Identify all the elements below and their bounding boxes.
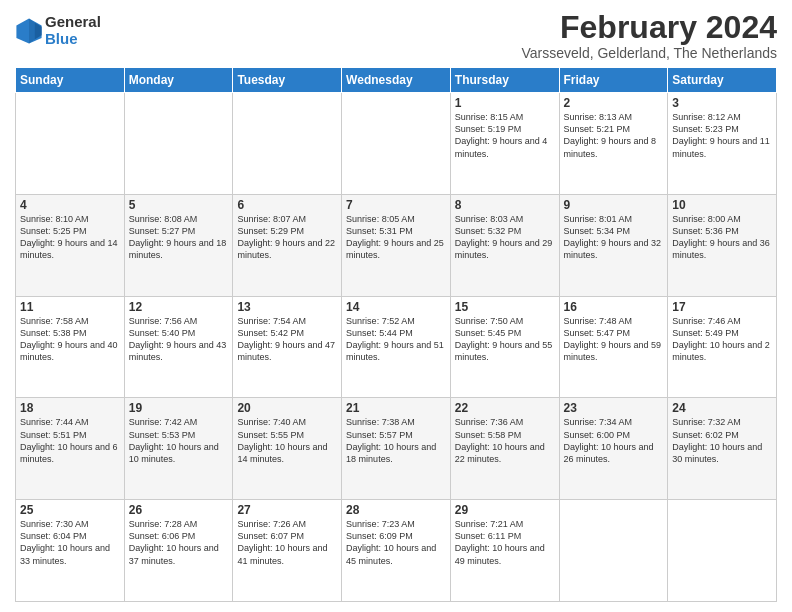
calendar-cell: 11Sunrise: 7:58 AM Sunset: 5:38 PM Dayli… [16, 296, 125, 398]
logo-icon [15, 17, 43, 45]
logo-text: General Blue [45, 14, 101, 47]
calendar-header-saturday: Saturday [668, 68, 777, 93]
day-info: Sunrise: 7:23 AM Sunset: 6:09 PM Dayligh… [346, 518, 446, 567]
day-info: Sunrise: 8:12 AM Sunset: 5:23 PM Dayligh… [672, 111, 772, 160]
day-number: 10 [672, 198, 772, 212]
calendar-cell: 29Sunrise: 7:21 AM Sunset: 6:11 PM Dayli… [450, 500, 559, 602]
calendar: SundayMondayTuesdayWednesdayThursdayFrid… [15, 67, 777, 602]
calendar-cell: 2Sunrise: 8:13 AM Sunset: 5:21 PM Daylig… [559, 93, 668, 195]
calendar-header-row: SundayMondayTuesdayWednesdayThursdayFrid… [16, 68, 777, 93]
calendar-cell [16, 93, 125, 195]
day-info: Sunrise: 7:48 AM Sunset: 5:47 PM Dayligh… [564, 315, 664, 364]
calendar-cell: 26Sunrise: 7:28 AM Sunset: 6:06 PM Dayli… [124, 500, 233, 602]
day-info: Sunrise: 7:21 AM Sunset: 6:11 PM Dayligh… [455, 518, 555, 567]
day-number: 2 [564, 96, 664, 110]
logo-general: General [45, 14, 101, 31]
day-info: Sunrise: 8:10 AM Sunset: 5:25 PM Dayligh… [20, 213, 120, 262]
calendar-header-tuesday: Tuesday [233, 68, 342, 93]
calendar-cell [559, 500, 668, 602]
calendar-cell: 14Sunrise: 7:52 AM Sunset: 5:44 PM Dayli… [342, 296, 451, 398]
day-info: Sunrise: 8:13 AM Sunset: 5:21 PM Dayligh… [564, 111, 664, 160]
calendar-cell [342, 93, 451, 195]
calendar-cell: 16Sunrise: 7:48 AM Sunset: 5:47 PM Dayli… [559, 296, 668, 398]
calendar-cell: 8Sunrise: 8:03 AM Sunset: 5:32 PM Daylig… [450, 194, 559, 296]
logo: General Blue [15, 14, 101, 47]
month-title: February 2024 [521, 10, 777, 45]
day-number: 16 [564, 300, 664, 314]
day-number: 26 [129, 503, 229, 517]
calendar-cell: 4Sunrise: 8:10 AM Sunset: 5:25 PM Daylig… [16, 194, 125, 296]
calendar-header-sunday: Sunday [16, 68, 125, 93]
svg-marker-2 [29, 18, 35, 43]
day-info: Sunrise: 7:36 AM Sunset: 5:58 PM Dayligh… [455, 416, 555, 465]
calendar-week-4: 25Sunrise: 7:30 AM Sunset: 6:04 PM Dayli… [16, 500, 777, 602]
page: General Blue February 2024 Varsseveld, G… [0, 0, 792, 612]
calendar-cell: 21Sunrise: 7:38 AM Sunset: 5:57 PM Dayli… [342, 398, 451, 500]
calendar-cell: 10Sunrise: 8:00 AM Sunset: 5:36 PM Dayli… [668, 194, 777, 296]
day-info: Sunrise: 7:32 AM Sunset: 6:02 PM Dayligh… [672, 416, 772, 465]
calendar-cell: 20Sunrise: 7:40 AM Sunset: 5:55 PM Dayli… [233, 398, 342, 500]
header: General Blue February 2024 Varsseveld, G… [15, 10, 777, 61]
day-number: 20 [237, 401, 337, 415]
calendar-cell: 19Sunrise: 7:42 AM Sunset: 5:53 PM Dayli… [124, 398, 233, 500]
calendar-cell: 12Sunrise: 7:56 AM Sunset: 5:40 PM Dayli… [124, 296, 233, 398]
calendar-cell: 18Sunrise: 7:44 AM Sunset: 5:51 PM Dayli… [16, 398, 125, 500]
calendar-cell: 15Sunrise: 7:50 AM Sunset: 5:45 PM Dayli… [450, 296, 559, 398]
day-info: Sunrise: 7:28 AM Sunset: 6:06 PM Dayligh… [129, 518, 229, 567]
calendar-week-2: 11Sunrise: 7:58 AM Sunset: 5:38 PM Dayli… [16, 296, 777, 398]
day-info: Sunrise: 7:50 AM Sunset: 5:45 PM Dayligh… [455, 315, 555, 364]
calendar-cell: 3Sunrise: 8:12 AM Sunset: 5:23 PM Daylig… [668, 93, 777, 195]
day-number: 4 [20, 198, 120, 212]
day-info: Sunrise: 7:52 AM Sunset: 5:44 PM Dayligh… [346, 315, 446, 364]
day-info: Sunrise: 7:56 AM Sunset: 5:40 PM Dayligh… [129, 315, 229, 364]
logo-blue: Blue [45, 31, 101, 48]
title-block: February 2024 Varsseveld, Gelderland, Th… [521, 10, 777, 61]
day-number: 12 [129, 300, 229, 314]
day-number: 28 [346, 503, 446, 517]
day-info: Sunrise: 8:00 AM Sunset: 5:36 PM Dayligh… [672, 213, 772, 262]
day-number: 15 [455, 300, 555, 314]
day-info: Sunrise: 7:46 AM Sunset: 5:49 PM Dayligh… [672, 315, 772, 364]
day-info: Sunrise: 8:03 AM Sunset: 5:32 PM Dayligh… [455, 213, 555, 262]
calendar-cell: 1Sunrise: 8:15 AM Sunset: 5:19 PM Daylig… [450, 93, 559, 195]
day-number: 1 [455, 96, 555, 110]
calendar-header-thursday: Thursday [450, 68, 559, 93]
calendar-week-0: 1Sunrise: 8:15 AM Sunset: 5:19 PM Daylig… [16, 93, 777, 195]
day-number: 24 [672, 401, 772, 415]
day-number: 22 [455, 401, 555, 415]
calendar-cell [668, 500, 777, 602]
day-number: 8 [455, 198, 555, 212]
day-number: 19 [129, 401, 229, 415]
day-number: 5 [129, 198, 229, 212]
day-info: Sunrise: 8:07 AM Sunset: 5:29 PM Dayligh… [237, 213, 337, 262]
calendar-cell: 28Sunrise: 7:23 AM Sunset: 6:09 PM Dayli… [342, 500, 451, 602]
calendar-header-wednesday: Wednesday [342, 68, 451, 93]
day-number: 29 [455, 503, 555, 517]
day-number: 3 [672, 96, 772, 110]
calendar-cell: 7Sunrise: 8:05 AM Sunset: 5:31 PM Daylig… [342, 194, 451, 296]
calendar-cell [124, 93, 233, 195]
day-info: Sunrise: 8:15 AM Sunset: 5:19 PM Dayligh… [455, 111, 555, 160]
day-number: 21 [346, 401, 446, 415]
calendar-cell: 24Sunrise: 7:32 AM Sunset: 6:02 PM Dayli… [668, 398, 777, 500]
day-info: Sunrise: 7:42 AM Sunset: 5:53 PM Dayligh… [129, 416, 229, 465]
day-info: Sunrise: 7:26 AM Sunset: 6:07 PM Dayligh… [237, 518, 337, 567]
day-number: 6 [237, 198, 337, 212]
day-number: 17 [672, 300, 772, 314]
calendar-cell: 27Sunrise: 7:26 AM Sunset: 6:07 PM Dayli… [233, 500, 342, 602]
day-number: 14 [346, 300, 446, 314]
calendar-cell: 17Sunrise: 7:46 AM Sunset: 5:49 PM Dayli… [668, 296, 777, 398]
calendar-cell: 25Sunrise: 7:30 AM Sunset: 6:04 PM Dayli… [16, 500, 125, 602]
day-number: 18 [20, 401, 120, 415]
calendar-cell: 6Sunrise: 8:07 AM Sunset: 5:29 PM Daylig… [233, 194, 342, 296]
day-info: Sunrise: 7:30 AM Sunset: 6:04 PM Dayligh… [20, 518, 120, 567]
day-number: 27 [237, 503, 337, 517]
day-info: Sunrise: 7:40 AM Sunset: 5:55 PM Dayligh… [237, 416, 337, 465]
day-info: Sunrise: 7:34 AM Sunset: 6:00 PM Dayligh… [564, 416, 664, 465]
day-info: Sunrise: 7:58 AM Sunset: 5:38 PM Dayligh… [20, 315, 120, 364]
day-info: Sunrise: 7:38 AM Sunset: 5:57 PM Dayligh… [346, 416, 446, 465]
day-info: Sunrise: 8:01 AM Sunset: 5:34 PM Dayligh… [564, 213, 664, 262]
calendar-week-1: 4Sunrise: 8:10 AM Sunset: 5:25 PM Daylig… [16, 194, 777, 296]
day-number: 9 [564, 198, 664, 212]
location: Varsseveld, Gelderland, The Netherlands [521, 45, 777, 61]
